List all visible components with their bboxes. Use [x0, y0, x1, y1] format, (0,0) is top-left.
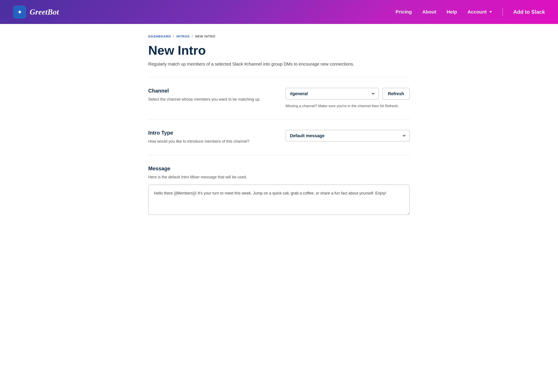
breadcrumb-sep-1: / [173, 34, 174, 38]
page-subtitle: Regularly match up members of a selected… [148, 62, 410, 67]
message-textarea[interactable]: Hello there {{Members}}! It's your turn … [148, 184, 410, 215]
logo-text: GreetBot [30, 7, 59, 17]
channel-section-left: Channel Select the channel whose members… [148, 88, 272, 102]
intro-type-section: Intro Type How would you like to introdu… [148, 119, 410, 155]
refresh-button[interactable]: Refresh [382, 88, 410, 100]
breadcrumb-sep-2: / [192, 34, 193, 38]
main-content: DASHBOARD / INTROS / NEW INTRO New Intro… [135, 24, 423, 233]
main-nav: Pricing About Help Account Add to Slack [396, 8, 545, 16]
channel-description: Select the channel whose members you wan… [148, 96, 272, 102]
intro-type-section-left: Intro Type How would you like to introdu… [148, 130, 272, 144]
channel-section-right: #general #random #team #announcements Re… [286, 88, 410, 109]
message-section: Message Here is the default Intro Mixer … [148, 155, 410, 216]
message-title: Message [148, 165, 410, 172]
logo-icon: ✦ [13, 5, 26, 18]
channel-hint: Missing a channel? Make sure you're in t… [286, 103, 410, 109]
add-to-slack-button[interactable]: Add to Slack [513, 9, 545, 15]
nav-account[interactable]: Account [468, 9, 492, 15]
channel-section: Channel Select the channel whose members… [148, 77, 410, 119]
intro-type-select[interactable]: Default message Custom message [286, 130, 410, 142]
intro-type-title: Intro Type [148, 130, 272, 136]
logo[interactable]: ✦ GreetBot [13, 5, 59, 18]
channel-select[interactable]: #general #random #team #announcements [286, 88, 379, 100]
breadcrumb-intros[interactable]: INTROS [176, 34, 190, 38]
site-header: ✦ GreetBot Pricing About Help Account Ad… [0, 0, 558, 24]
account-chevron-icon [489, 11, 492, 13]
breadcrumb-current: NEW INTRO [195, 34, 215, 38]
nav-about[interactable]: About [422, 9, 436, 15]
breadcrumb-dashboard[interactable]: DASHBOARD [148, 34, 171, 38]
intro-type-section-right: Default message Custom message [286, 130, 410, 142]
page-title: New Intro [148, 43, 410, 57]
channel-controls: #general #random #team #announcements Re… [286, 88, 410, 100]
nav-pricing[interactable]: Pricing [396, 9, 412, 15]
nav-divider [502, 8, 503, 16]
intro-type-description: How would you like to introduce members … [148, 138, 272, 144]
channel-title: Channel [148, 88, 272, 94]
breadcrumb: DASHBOARD / INTROS / NEW INTRO [148, 34, 410, 38]
message-description: Here is the default Intro Mixer message … [148, 174, 410, 180]
nav-help[interactable]: Help [447, 9, 457, 15]
